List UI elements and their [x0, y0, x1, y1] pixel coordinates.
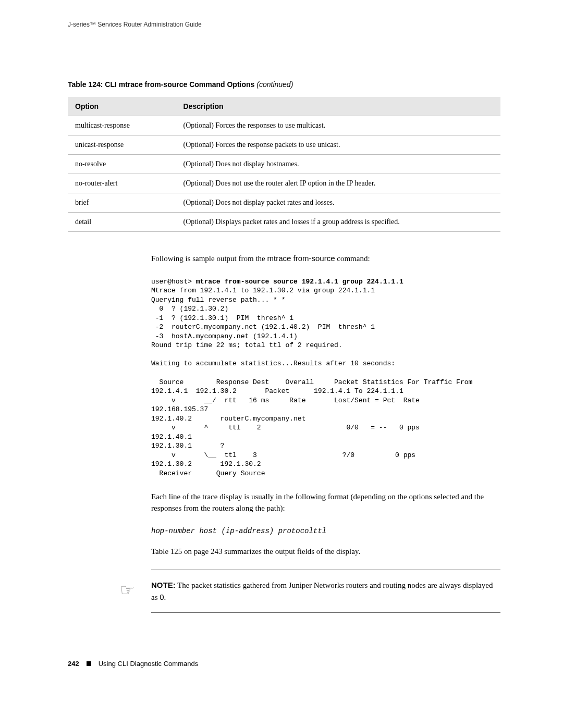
th-option: Option: [68, 97, 176, 116]
syntax-line: hop-number host (ip-address) protocolttl: [151, 527, 500, 535]
format-paragraph: Each line of the trace display is usuall…: [151, 491, 500, 514]
cell-description: (Optional) Does not display packet rates…: [176, 193, 501, 213]
table-row: no-resolve (Optional) Does not display h…: [68, 155, 500, 174]
cell-description: (Optional) Does not display hostnames.: [176, 155, 501, 174]
table-row: no-router-alert (Optional) Does not use …: [68, 174, 500, 193]
footer-section: Using CLI Diagnostic Commands: [99, 660, 198, 668]
cell-description: (Optional) Forces the responses to use m…: [176, 116, 501, 135]
footer-square-icon: [87, 661, 91, 666]
running-header: J-series™ Services Router Administration…: [68, 21, 500, 28]
summary-paragraph: Table 125 on page 243 summarizes the out…: [151, 546, 500, 558]
intro-paragraph: Following is sample output from the mtra…: [151, 253, 500, 265]
note-block: ☞ NOTE: The packet statistics gathered f…: [151, 570, 500, 613]
intro-command: mtrace from-source: [267, 254, 335, 263]
table-row: brief (Optional) Does not display packet…: [68, 193, 500, 213]
intro-suffix: command:: [335, 254, 370, 263]
intro-prefix: Following is sample output from the: [151, 254, 267, 263]
table-title-italic: (continued): [256, 80, 293, 89]
cell-option: multicast-response: [68, 116, 176, 135]
page: J-series™ Services Router Administration…: [0, 0, 563, 688]
th-description: Description: [176, 97, 501, 116]
table-row: unicast-response (Optional) Forces the r…: [68, 135, 500, 155]
table-title: Table 124: CLI mtrace from-source Comman…: [68, 80, 500, 89]
cli-output: user@host> mtrace from-source source 192…: [151, 277, 500, 478]
note-text-prefix: The packet statistics gathered from Juni…: [151, 581, 493, 601]
cell-option: no-resolve: [68, 155, 176, 174]
cell-option: detail: [68, 213, 176, 232]
table-title-bold: Table 124: CLI mtrace from-source Comman…: [68, 80, 256, 89]
note-label: NOTE:: [151, 581, 176, 589]
page-number: 242: [68, 660, 79, 668]
cell-description: (Optional) Does not use the router alert…: [176, 174, 501, 193]
options-table: Option Description multicast-response (O…: [68, 97, 500, 232]
cli-prompt: user@host>: [151, 278, 196, 286]
table-row: detail (Optional) Displays packet rates …: [68, 213, 500, 232]
cell-description: (Optional) Displays packet rates and los…: [176, 213, 501, 232]
table-row: multicast-response (Optional) Forces the…: [68, 116, 500, 135]
cell-option: no-router-alert: [68, 174, 176, 193]
cell-option: brief: [68, 193, 176, 213]
note-code: 0: [160, 593, 164, 601]
note-text-suffix: .: [164, 593, 166, 601]
page-footer: 242 Using CLI Diagnostic Commands: [68, 655, 500, 668]
cell-description: (Optional) Forces the response packets t…: [176, 135, 501, 155]
note-hand-icon: ☞: [120, 577, 135, 602]
cli-body: Mtrace from 192.1.4.1 to 192.1.30.2 via …: [151, 287, 472, 477]
cli-command: mtrace from-source source 192.1.4.1 grou…: [196, 278, 403, 286]
cell-option: unicast-response: [68, 135, 176, 155]
